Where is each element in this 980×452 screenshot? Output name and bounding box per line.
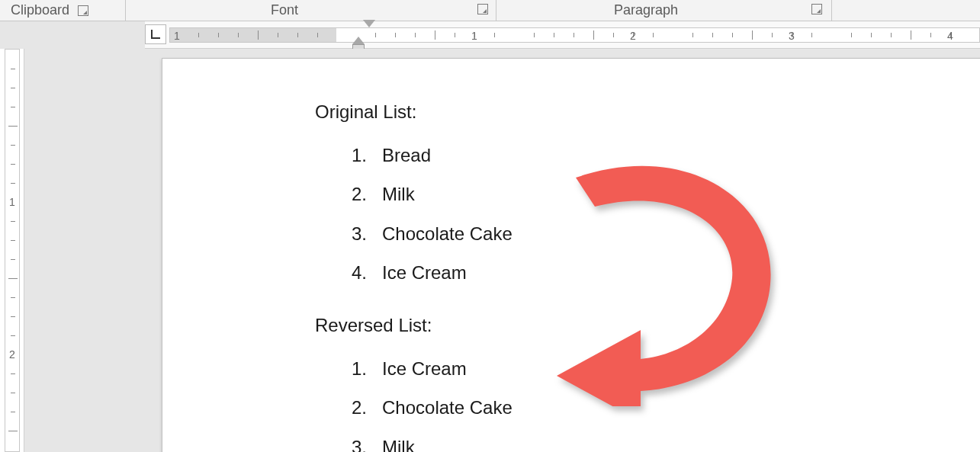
document-page[interactable]: Original List: 1.Bread 2.Milk 3.Chocolat… <box>162 58 980 452</box>
tab-stop-selector[interactable] <box>145 24 166 44</box>
original-list[interactable]: 1.Bread 2.Milk 3.Chocolate Cake 4.Ice Cr… <box>350 139 512 289</box>
heading-original[interactable]: Original List: <box>315 95 512 128</box>
ribbon-group-font-label: Font <box>271 2 298 18</box>
ribbon-group-paragraph: Paragraph <box>614 2 678 18</box>
list-item: 1.Bread <box>350 139 512 172</box>
dialog-launcher-icon[interactable] <box>477 4 488 14</box>
document-content[interactable]: Original List: 1.Bread 2.Milk 3.Chocolat… <box>315 95 512 452</box>
ruler-number: 2 <box>630 30 636 42</box>
vruler-track: 1 2 <box>5 49 20 452</box>
ruler-ticks: 1 1 2 <box>169 27 980 43</box>
ruler-number: 1 <box>471 30 477 42</box>
vertical-ruler[interactable]: 1 2 <box>0 49 24 452</box>
dialog-launcher-icon[interactable] <box>78 5 88 16</box>
ribbon-group-paragraph-label: Paragraph <box>614 2 678 18</box>
ribbon-separator <box>125 0 126 21</box>
list-item: 2.Milk <box>350 178 512 210</box>
list-item: 4.Ice Cream <box>350 256 512 289</box>
hanging-indent-marker[interactable] <box>352 37 365 44</box>
ribbon-group-clipboard-label: Clipboard <box>11 2 69 18</box>
tab-left-icon <box>151 30 160 39</box>
ribbon-separator <box>496 0 496 21</box>
dialog-launcher-icon[interactable] <box>811 4 822 14</box>
ruler-number: 1 <box>174 30 180 42</box>
heading-reversed[interactable]: Reversed List: <box>315 309 512 341</box>
list-item: 1.Ice Cream <box>350 352 512 385</box>
horizontal-ruler[interactable]: 1 1 2 <box>145 21 980 49</box>
page-gutter: Original List: 1.Bread 2.Milk 3.Chocolat… <box>24 49 980 452</box>
ribbon-group-font: Font <box>271 2 298 18</box>
first-line-indent-marker[interactable] <box>363 20 375 27</box>
ruler-number: 3 <box>789 30 795 42</box>
ribbon-group-clipboard: Clipboard <box>11 2 88 18</box>
vruler-number: 1 <box>9 196 15 208</box>
ruler-number: 4 <box>947 30 953 42</box>
list-item: 2.Chocolate Cake <box>350 391 512 424</box>
ribbon-group-labels: Clipboard Font Paragraph <box>0 0 980 21</box>
vruler-number: 2 <box>9 348 15 361</box>
list-item: 3.Chocolate Cake <box>350 217 512 250</box>
ribbon-separator <box>831 0 832 21</box>
reversed-list[interactable]: 1.Ice Cream 2.Chocolate Cake 3.Milk 4.Br… <box>350 352 512 452</box>
list-item: 3.Milk <box>350 431 512 453</box>
